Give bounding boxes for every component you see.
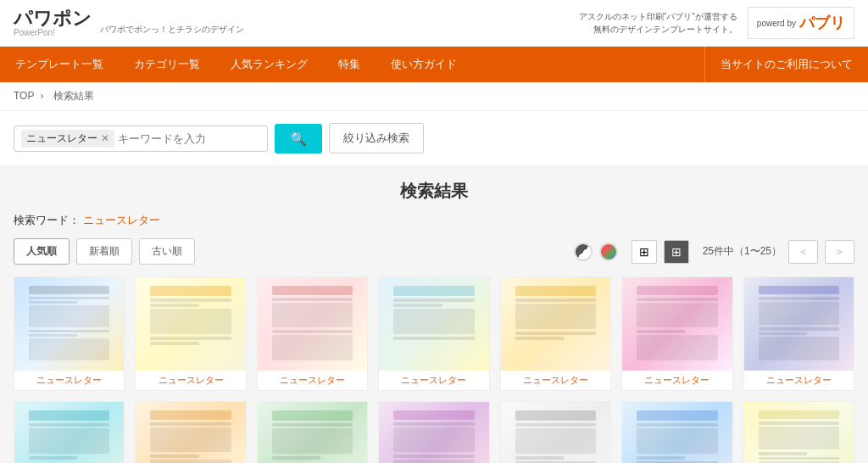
nav-category-list[interactable]: カテゴリ一覧 bbox=[119, 47, 215, 82]
template-label-4: ニュースレター bbox=[379, 371, 488, 390]
template-img-14 bbox=[744, 402, 854, 463]
template-card-13[interactable]: ニュースレター bbox=[621, 401, 732, 463]
template-img-3 bbox=[258, 277, 367, 371]
template-img-6 bbox=[622, 277, 732, 371]
template-card-1[interactable]: ニュースレター bbox=[14, 276, 125, 391]
powered-by-label: powerd by bbox=[757, 19, 796, 28]
header-right: アスクルのネット印刷"パブリ"が運営する 無料のデザインテンプレートサイト。 p… bbox=[579, 7, 854, 39]
template-img-10 bbox=[258, 402, 367, 463]
template-card-4[interactable]: ニュースレター bbox=[378, 276, 489, 391]
template-img-2 bbox=[136, 277, 245, 371]
template-card-8[interactable]: ニュースレター bbox=[14, 401, 125, 463]
logo-tagline: パワポでポンっ！とチラシのデザイン bbox=[100, 24, 244, 36]
header-desc-line1: アスクルのネット印刷"パブリ"が運営する bbox=[579, 10, 737, 23]
next-page-button[interactable]: ＞ bbox=[825, 240, 854, 264]
template-card-7[interactable]: ニュースレター bbox=[743, 276, 854, 391]
template-img-11 bbox=[379, 402, 488, 463]
template-label-7: ニュースレター bbox=[744, 371, 854, 390]
count-info: 25件中（1〜25） bbox=[703, 244, 782, 259]
logo: パワポン PowerPon! bbox=[14, 9, 92, 37]
template-label-3: ニュースレター bbox=[258, 371, 367, 390]
search-tag-newsletter: ニュースレター ✕ bbox=[21, 130, 114, 148]
breadcrumb-separator: › bbox=[41, 90, 44, 102]
template-label-1: ニュースレター bbox=[14, 371, 124, 390]
results-title: 検索結果 bbox=[14, 180, 854, 203]
template-card-11[interactable]: ニュースレター bbox=[378, 401, 489, 463]
template-card-5[interactable]: ニュースレター bbox=[500, 276, 611, 391]
template-img-1 bbox=[14, 277, 124, 371]
filter-color[interactable] bbox=[599, 243, 618, 261]
template-img-4 bbox=[379, 277, 488, 371]
nav-ranking[interactable]: 人気ランキング bbox=[215, 47, 323, 82]
sort-newest[interactable]: 新着順 bbox=[76, 238, 132, 265]
powered-by-box: powerd by パブリ bbox=[748, 7, 854, 39]
site-header: パワポン PowerPon! パワポでポンっ！とチラシのデザイン アスクルのネッ… bbox=[0, 0, 868, 47]
powered-logo: パブリ bbox=[799, 13, 845, 33]
template-grid-row2: ニュースレター ニュースレター bbox=[14, 401, 854, 463]
sort-popular[interactable]: 人気順 bbox=[14, 238, 70, 265]
view-grid-small[interactable]: ⊞ bbox=[632, 240, 657, 264]
nav-special[interactable]: 特集 bbox=[323, 47, 376, 82]
search-word-line: 検索ワード： ニュースレター bbox=[14, 213, 854, 228]
template-label-5: ニュースレター bbox=[501, 371, 610, 390]
template-grid-row1: ニュースレター ニュースレター bbox=[14, 276, 854, 391]
search-button[interactable]: 🔍 bbox=[275, 124, 322, 153]
prev-page-button[interactable]: ＜ bbox=[788, 240, 818, 264]
template-card-10[interactable]: ニュースレター bbox=[257, 401, 368, 463]
search-input[interactable] bbox=[118, 132, 260, 145]
breadcrumb-current: 検索結果 bbox=[53, 90, 94, 102]
filter-button[interactable]: 絞り込み検索 bbox=[329, 123, 424, 153]
search-word-link[interactable]: ニュースレター bbox=[83, 214, 160, 226]
nav-guide[interactable]: 使い方ガイド bbox=[376, 47, 472, 82]
template-label-2: ニュースレター bbox=[136, 371, 245, 390]
search-tags-container: ニュースレター ✕ bbox=[14, 126, 268, 152]
template-card-12[interactable]: ニュースレター bbox=[500, 401, 611, 463]
template-img-7 bbox=[744, 277, 854, 371]
template-label-6: ニュースレター bbox=[622, 371, 732, 390]
sort-oldest[interactable]: 古い順 bbox=[139, 238, 195, 265]
main-nav: テンプレート一覧 カテゴリ一覧 人気ランキング 特集 使い方ガイド 当サイトのご… bbox=[0, 47, 868, 82]
header-desc: アスクルのネット印刷"パブリ"が運営する 無料のデザインテンプレートサイト。 bbox=[579, 10, 737, 36]
template-card-9[interactable]: ニュースレター bbox=[135, 401, 246, 463]
nav-template-list[interactable]: テンプレート一覧 bbox=[0, 47, 119, 82]
template-card-6[interactable]: ニュースレター bbox=[621, 276, 732, 391]
breadcrumb-top[interactable]: TOP bbox=[14, 90, 34, 102]
template-card-3[interactable]: ニュースレター bbox=[257, 276, 368, 391]
template-card-2[interactable]: ニュースレター bbox=[135, 276, 246, 391]
nav-right: 当サイトのご利用について bbox=[704, 47, 868, 82]
logo-en: PowerPon! bbox=[14, 28, 92, 37]
search-area: ニュースレター ✕ 🔍 絞り込み検索 bbox=[0, 111, 868, 166]
controls-bar: 人気順 新着順 古い順 ⊞ ⊞ 25件中（1〜25） ＜ ＞ bbox=[14, 238, 854, 265]
template-img-13 bbox=[622, 402, 732, 463]
template-card-14[interactable]: News Letter bbox=[743, 401, 854, 463]
search-word-label: 検索ワード： bbox=[14, 214, 80, 226]
template-img-12 bbox=[501, 402, 610, 463]
nav-about[interactable]: 当サイトのご利用について bbox=[704, 47, 868, 82]
logo-title: パワポン bbox=[14, 9, 92, 28]
header-desc-line2: 無料のデザインテンプレートサイト。 bbox=[579, 23, 737, 36]
tag-label: ニュースレター bbox=[26, 131, 97, 146]
results-area: 検索結果 検索ワード： ニュースレター 人気順 新着順 古い順 ⊞ ⊞ 25件中… bbox=[0, 166, 868, 463]
template-img-8 bbox=[14, 402, 124, 463]
template-img-9 bbox=[136, 402, 245, 463]
view-grid-large[interactable]: ⊞ bbox=[664, 240, 689, 264]
breadcrumb: TOP › 検索結果 bbox=[0, 82, 868, 111]
template-img-5 bbox=[501, 277, 610, 371]
filter-mono[interactable] bbox=[574, 243, 593, 261]
tag-close-icon[interactable]: ✕ bbox=[101, 132, 109, 144]
logo-area: パワポン PowerPon! パワポでポンっ！とチラシのデザイン bbox=[14, 9, 244, 37]
